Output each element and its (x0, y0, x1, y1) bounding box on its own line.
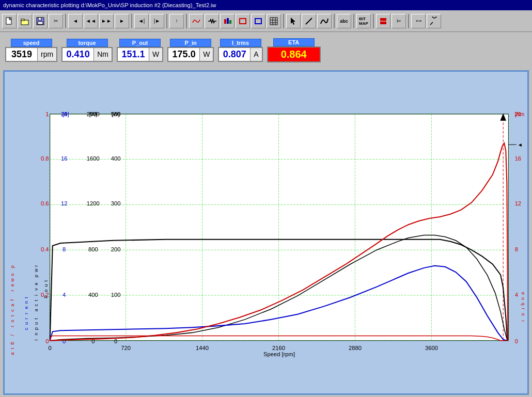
svg-text:r: r (24, 313, 29, 314)
play-back-button[interactable]: ◄| (134, 14, 149, 28)
svg-text:0: 0 (114, 338, 117, 344)
separator-8 (373, 14, 374, 28)
pin-label: P_in (170, 39, 211, 47)
measure-button[interactable]: ⟺ (411, 14, 426, 28)
svg-text:12: 12 (61, 200, 67, 207)
speed-group: speed 3519 rpm (5, 39, 57, 62)
svg-text:n: n (24, 301, 29, 304)
pin-unit: W (199, 48, 213, 61)
pin-value-row: 175.0 W (167, 47, 214, 62)
svg-text:4: 4 (62, 292, 66, 298)
svg-text:n: n (34, 332, 39, 335)
prev2-button[interactable]: ◄◄ (84, 14, 98, 28)
data-panel: speed 3519 rpm torque 0.410 Nm P_out 151… (0, 32, 532, 68)
line-button[interactable] (302, 14, 316, 28)
svg-text:c: c (34, 304, 39, 306)
cut-copy-paste-button[interactable]: ✂ (49, 14, 63, 28)
itrms-label: I_trms (220, 39, 261, 47)
svg-text:P: P (43, 295, 49, 298)
svg-text:3600: 3600 (425, 345, 438, 351)
svg-text:8: 8 (62, 246, 66, 252)
up-button[interactable]: ↑ (169, 14, 184, 28)
speed-unit: rpm (37, 48, 56, 61)
separator-9 (408, 14, 409, 28)
svg-text:1440: 1440 (196, 345, 209, 351)
separator-7 (353, 14, 354, 28)
eta-group: ETA 0.864 (267, 38, 321, 62)
svg-text:100: 100 (111, 292, 121, 298)
svg-text:t: t (34, 299, 39, 301)
separator-6 (334, 14, 335, 28)
svg-text:0.8: 0.8 (41, 155, 49, 162)
torque-unit: Nm (93, 48, 112, 61)
svg-text:p: p (10, 265, 15, 268)
svg-text:720: 720 (121, 345, 131, 351)
svg-text:w: w (10, 278, 15, 282)
wave-button[interactable] (189, 14, 204, 28)
curve-button[interactable] (317, 14, 332, 28)
play-fwd-button[interactable]: |► (150, 14, 164, 28)
svg-text:p: p (34, 327, 39, 330)
separator-2 (131, 14, 132, 28)
grid-button[interactable] (267, 14, 281, 28)
eta-label: ETA (273, 38, 315, 46)
pout-unit: W (149, 48, 162, 61)
svg-text:e: e (24, 306, 29, 309)
torque-value-row: 0.410 Nm (61, 47, 113, 62)
new-button[interactable] (2, 14, 17, 28)
svg-text:t: t (43, 280, 49, 281)
svg-text:c: c (24, 327, 29, 330)
torque-value: 0.410 (62, 48, 93, 61)
svg-text:p: p (34, 275, 39, 277)
svg-text:o: o (43, 290, 49, 292)
wave2-button[interactable] (205, 14, 219, 28)
color-button[interactable] (376, 14, 390, 28)
torque-label: torque (67, 39, 108, 47)
svg-text:2880: 2880 (349, 345, 362, 351)
itrms-unit: A (250, 48, 261, 61)
svg-rect-11 (255, 19, 261, 24)
next2-button[interactable]: ►► (99, 14, 114, 28)
torque-group: torque 0.410 Nm (61, 39, 113, 62)
graph-button[interactable] (220, 14, 234, 28)
svg-text:u: u (24, 322, 29, 325)
align-button[interactable]: ⊨ (392, 14, 406, 28)
pout-group: P_out 151.1 W (117, 39, 163, 62)
svg-text:t: t (10, 347, 15, 349)
svg-text:e: e (521, 292, 524, 295)
svg-text:0: 0 (45, 338, 49, 344)
speed-label: speed (11, 39, 52, 47)
svg-text:0.6: 0.6 (41, 200, 49, 207)
chart-outer: 0 0.2 0.4 0.6 0.8 1 p o w e r f a c t o … (3, 70, 529, 395)
rect-button[interactable] (236, 14, 250, 28)
svg-text:20: 20 (515, 111, 521, 117)
separator-5 (283, 14, 284, 28)
svg-text:a: a (34, 309, 39, 312)
svg-text:q: q (521, 303, 524, 305)
svg-rect-8 (227, 18, 229, 24)
prev-button[interactable]: ◄ (68, 14, 83, 28)
svg-rect-3 (21, 19, 24, 21)
abc-button[interactable]: abc (337, 14, 351, 28)
next-button[interactable]: ► (115, 14, 129, 28)
svg-rect-5 (38, 18, 41, 20)
rect2-button[interactable] (251, 14, 265, 28)
bitmap-button[interactable]: BITMAP (356, 14, 371, 28)
svg-text:400: 400 (88, 292, 98, 298)
chart-svg[interactable]: 0 0.2 0.4 0.6 0.8 1 p o w e r f a c t o … (8, 75, 524, 390)
cursor-button[interactable] (286, 14, 301, 28)
save-button[interactable] (33, 14, 48, 28)
svg-text:◄: ◄ (518, 142, 523, 148)
itrms-value: 0.807 (219, 48, 250, 61)
svg-text:u: u (43, 284, 49, 287)
svg-text:w: w (34, 268, 39, 273)
svg-text:8: 8 (515, 246, 518, 252)
svg-text:o: o (521, 313, 524, 316)
svg-text:2000: 2000 (87, 111, 100, 117)
open-button[interactable] (18, 14, 32, 28)
svg-text:t: t (24, 297, 29, 298)
chart-container: 0 0.2 0.4 0.6 0.8 1 p o w e r f a c t o … (0, 68, 532, 397)
zoom-button[interactable] (427, 14, 441, 28)
svg-text:r: r (10, 326, 15, 327)
svg-text:o: o (10, 320, 15, 322)
